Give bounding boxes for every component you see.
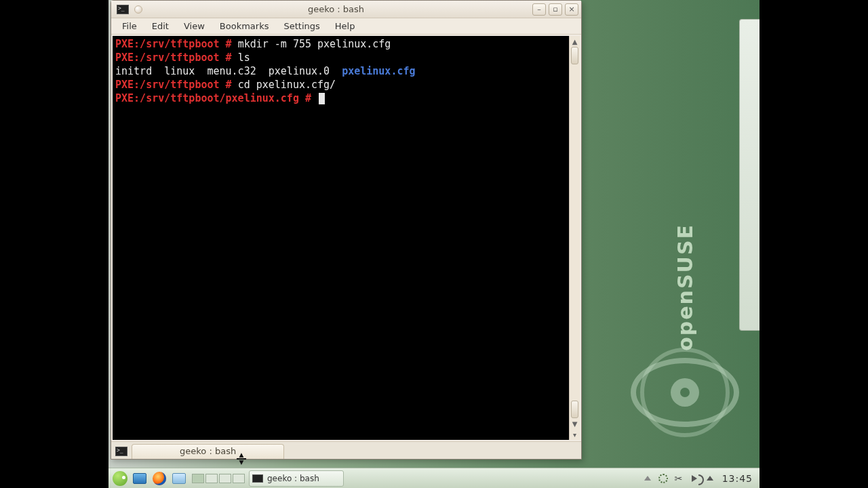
- menu-view[interactable]: View: [177, 19, 212, 33]
- scroll-up-icon[interactable]: ▲: [570, 36, 580, 47]
- taskbar: geeko : bash ✂ 13:45: [108, 468, 760, 488]
- taskbar-entry-terminal[interactable]: geeko : bash: [249, 470, 344, 487]
- scroll-thumb-bottom[interactable]: [571, 401, 578, 418]
- tray-expand-icon[interactable]: [642, 472, 654, 485]
- scroll-down-icon[interactable]: ▼: [570, 418, 580, 429]
- firefox-icon: [153, 472, 166, 485]
- scroll-track[interactable]: [570, 47, 580, 418]
- minimize-button[interactable]: –: [532, 3, 546, 16]
- terminal-window: geeko : bash – ▫ × File Edit View Bookma…: [111, 0, 582, 460]
- workspace-3[interactable]: [219, 474, 231, 483]
- terminal-icon: [117, 5, 129, 14]
- terminal-area: PXE:/srv/tftpboot # mkdir -m 755 pxelinu…: [113, 36, 580, 440]
- filemanager-launcher[interactable]: [170, 470, 188, 487]
- window-title: geeko : bash: [142, 4, 530, 14]
- workspace-1[interactable]: [192, 474, 204, 483]
- titlebar-decoration: [134, 5, 142, 14]
- workspace-pager[interactable]: [192, 474, 245, 483]
- titlebar[interactable]: geeko : bash – ▫ ×: [111, 1, 581, 18]
- task-label: geeko : bash: [267, 474, 319, 483]
- volume-icon[interactable]: [688, 472, 701, 485]
- scroll-down2-icon[interactable]: ▾: [570, 429, 580, 440]
- menu-settings[interactable]: Settings: [277, 19, 326, 33]
- terminal-output[interactable]: PXE:/srv/tftpboot # mkdir -m 755 pxelinu…: [113, 36, 569, 440]
- menu-help[interactable]: Help: [328, 19, 362, 33]
- system-tray: ✂ 13:45: [642, 472, 757, 485]
- brand-circle: [631, 358, 739, 427]
- terminal-icon: [252, 474, 263, 483]
- workspace-2[interactable]: [205, 474, 218, 483]
- scrollbar[interactable]: ▲ ▼ ▾: [569, 36, 580, 440]
- tray-arrow-icon[interactable]: [704, 472, 716, 485]
- desktop: openSUSE geeko : bash – ▫ × File Edit Vi…: [108, 0, 760, 488]
- start-menu-button[interactable]: [111, 470, 129, 487]
- filemanager-icon: [172, 473, 186, 484]
- menu-edit[interactable]: Edit: [145, 19, 176, 33]
- brand-text: openSUSE: [673, 224, 697, 351]
- close-button[interactable]: ×: [565, 3, 578, 16]
- tab-bar: geeko : bash: [111, 441, 581, 459]
- menu-file[interactable]: File: [115, 19, 144, 33]
- scroll-thumb[interactable]: [571, 47, 578, 64]
- clock[interactable]: 13:45: [722, 473, 753, 484]
- desktop-icon: [133, 473, 146, 484]
- workspace-4[interactable]: [233, 474, 245, 483]
- firefox-launcher[interactable]: [151, 470, 168, 487]
- clipboard-icon[interactable]: ✂: [673, 472, 685, 485]
- terminal-tab[interactable]: geeko : bash: [132, 444, 284, 459]
- menu-bookmarks[interactable]: Bookmarks: [213, 19, 276, 33]
- updater-icon[interactable]: [657, 472, 669, 485]
- side-panel-widget[interactable]: [739, 19, 760, 331]
- suse-icon: [113, 471, 127, 486]
- maximize-button[interactable]: ▫: [549, 3, 562, 16]
- menubar: File Edit View Bookmarks Settings Help: [111, 18, 581, 35]
- new-tab-icon[interactable]: [115, 447, 127, 456]
- wallpaper-brand: openSUSE: [624, 224, 746, 427]
- show-desktop-button[interactable]: [131, 470, 149, 487]
